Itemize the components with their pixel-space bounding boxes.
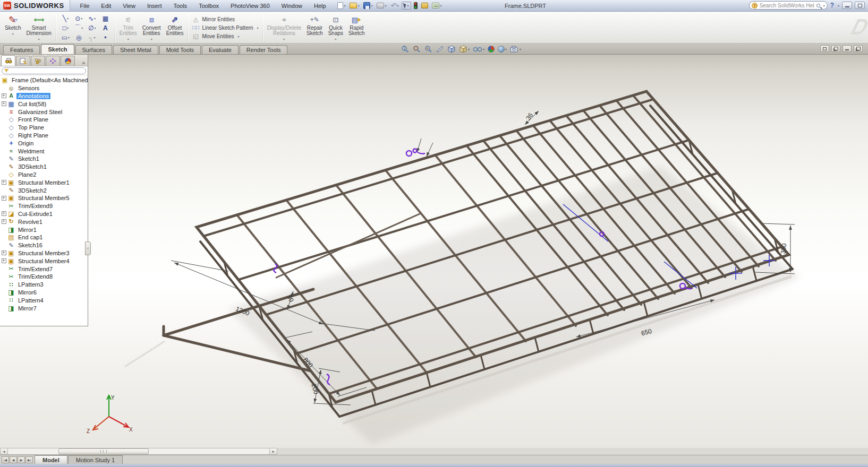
bottom-tab[interactable]: Motion Study 1 <box>68 455 123 464</box>
tree-item[interactable]: Mirror7 <box>1 304 88 312</box>
zoom-to-fit-button[interactable] <box>399 45 410 54</box>
expand-toggle[interactable] <box>2 101 6 106</box>
menu-item[interactable]: PhotoView 360 <box>226 2 275 10</box>
frame-model-canvas[interactable]: 1200 800 200 50 350 650 36 <box>0 55 868 448</box>
point-circle-tool-button[interactable]: ◎ <box>72 33 86 42</box>
slot-tool-button[interactable]: ▭▾ <box>59 33 72 42</box>
sketch-pattern-tool-button[interactable]: ▦ <box>99 14 112 23</box>
line-tool-button[interactable]: ╲▾ <box>59 14 72 23</box>
quick-snaps-button[interactable]: ⊡ Quick Snaps ▾ <box>326 13 346 43</box>
tab-dimxpertmanager[interactable] <box>46 56 60 66</box>
tree-item[interactable]: Mirror6 <box>1 289 88 297</box>
tab-configurationmanager[interactable] <box>31 56 45 66</box>
tree-item[interactable]: 3DSketch1 <box>1 163 88 171</box>
expand-toggle[interactable] <box>2 93 6 98</box>
select-tool-button[interactable]: ▾ <box>402 2 411 10</box>
point-tool-button[interactable]: • <box>99 33 112 42</box>
expand-toggle[interactable] <box>2 196 6 201</box>
apply-scene-button[interactable]: ▾ <box>497 45 508 54</box>
tree-item[interactable]: Sketch16 <box>1 241 88 249</box>
text-tool-button[interactable]: A <box>99 23 112 33</box>
previous-view-button[interactable] <box>423 45 433 54</box>
tree-item[interactable]: Annotations <box>1 92 88 100</box>
rebuild-button[interactable] <box>413 1 419 11</box>
expand-toggle[interactable] <box>2 258 6 263</box>
circle-tool-button[interactable]: ⊙▾ <box>72 14 86 23</box>
rapid-sketch-button[interactable]: ▤✦ Rapid Sketch <box>346 13 368 43</box>
hide-show-items-button[interactable]: ▾ <box>472 45 486 54</box>
panel-tabs-overflow-button[interactable]: » <box>80 60 87 66</box>
repair-sketch-button[interactable]: +✎ Repair Sketch <box>304 13 326 43</box>
fillet-tool-button[interactable]: ┐▾ <box>86 33 99 42</box>
menu-item[interactable]: Edit <box>96 2 116 10</box>
minimize-button[interactable] <box>842 2 852 9</box>
open-button[interactable]: ▾ <box>348 1 361 11</box>
first-tab-button[interactable]: |◀ <box>2 456 9 463</box>
trim-entities-button[interactable]: ⚟ Trim Entities ▾ <box>117 13 140 43</box>
expand-toggle[interactable] <box>2 180 6 185</box>
help-dropdown-caret-icon[interactable]: ▾ <box>838 4 839 7</box>
tree-item[interactable]: Structural Member1 <box>1 178 88 186</box>
smart-dimension-button[interactable]: ⟺ Smart Dimension ▾ <box>24 13 54 43</box>
display-delete-relations-button[interactable]: ⚭ Display/Delete Relations ▾ <box>265 13 304 43</box>
search-input[interactable]: ? Search SolidWorks Help ▾ <box>749 1 828 10</box>
doc-cascade-button[interactable] <box>831 45 840 52</box>
print-button[interactable]: ▾ <box>376 1 388 11</box>
command-tab[interactable]: Evaluate <box>202 45 239 54</box>
tree-item[interactable]: Front Plane <box>1 116 88 124</box>
last-tab-button[interactable]: ▶| <box>25 456 33 463</box>
tree-item[interactable]: Structural Member3 <box>1 249 88 257</box>
undo-button[interactable]: ↶▾ <box>389 1 400 11</box>
menu-item[interactable]: View <box>118 2 140 10</box>
help-button[interactable]: ? <box>830 2 834 9</box>
command-tab[interactable]: Features <box>3 45 40 54</box>
tree-item[interactable]: Structural Member4 <box>1 257 88 265</box>
command-tab[interactable]: Surfaces <box>75 45 112 54</box>
tree-item[interactable]: End cap1 <box>1 233 88 241</box>
convert-entities-button[interactable]: ⧈ Convert Entities ▾ <box>140 13 164 43</box>
save-button[interactable]: ▾ <box>362 1 374 11</box>
scrollbar-track[interactable] <box>149 448 269 454</box>
scroll-right-button[interactable]: ▸ <box>269 448 277 454</box>
view-settings-button[interactable]: ▾ <box>509 45 522 54</box>
tree-filter-input[interactable] <box>2 67 86 74</box>
tree-item[interactable]: Mirror1 <box>1 226 88 233</box>
doc-new-window-button[interactable] <box>820 45 829 52</box>
ellipse-tool-button[interactable]: ∅▾ <box>86 23 99 33</box>
menu-item[interactable]: Tools <box>168 2 192 10</box>
tree-item[interactable]: Right Plane <box>1 132 88 140</box>
prev-tab-button[interactable]: ◀ <box>10 456 17 463</box>
menu-item[interactable]: Help <box>309 2 331 10</box>
command-tab[interactable]: Sketch <box>41 44 74 54</box>
spline-tool-button[interactable]: ∿▾ <box>86 14 99 23</box>
expand-toggle[interactable] <box>2 250 6 255</box>
tree-item[interactable]: Sketch1 <box>1 155 88 163</box>
tree-item[interactable]: LPattern3 <box>1 281 88 289</box>
tree-item[interactable]: Trim/Extend9 <box>1 202 88 210</box>
next-tab-button[interactable]: ▶ <box>18 456 25 463</box>
new-document-button[interactable]: ▾ <box>336 1 347 11</box>
tab-propertymanager[interactable] <box>16 56 30 66</box>
search-icon[interactable] <box>816 4 820 7</box>
tree-item[interactable]: Cut-Extrude1 <box>1 210 88 218</box>
restore-button[interactable] <box>855 2 865 9</box>
doc-minimize-button[interactable] <box>843 45 852 52</box>
command-tab[interactable]: Sheet Metal <box>113 45 158 54</box>
edit-appearance-button[interactable] <box>487 45 496 54</box>
tree-item[interactable]: Revolve1 <box>1 218 88 226</box>
tree-item[interactable]: Sensors <box>1 84 88 92</box>
move-entities-button[interactable]: ◱ Move Entities ▾ <box>192 33 258 40</box>
section-view-button[interactable] <box>435 45 445 54</box>
tree-item[interactable]: Structural Member5 <box>1 194 88 202</box>
linear-sketch-pattern-button[interactable]: ∷∷ Linear Sketch Pattern ▾ <box>192 24 258 31</box>
tree-item[interactable]: Trim/Extend8 <box>1 273 88 281</box>
menu-item[interactable]: Insert <box>142 2 167 10</box>
tree-item[interactable]: Top Plane <box>1 124 88 132</box>
doc-restore-button[interactable] <box>854 45 863 52</box>
search-dropdown-caret-icon[interactable]: ▾ <box>823 4 825 7</box>
scroll-left-button[interactable]: ◂ <box>1 448 8 454</box>
tree-item[interactable]: Trim/Extend7 <box>1 265 88 273</box>
options-button[interactable]: ▾ <box>431 1 443 11</box>
graphics-viewport[interactable]: 1200 800 200 50 350 650 36 <box>0 55 868 448</box>
command-tab[interactable]: Render Tools <box>240 45 288 54</box>
